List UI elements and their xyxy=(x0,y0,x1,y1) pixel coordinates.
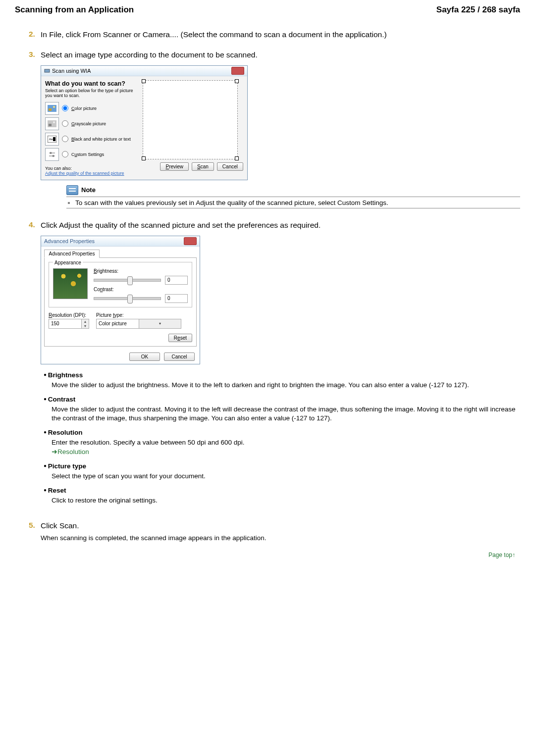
svg-point-6 xyxy=(53,121,55,123)
desc-ptype-title: Picture type xyxy=(44,462,520,470)
page-top-link[interactable]: Page top xyxy=(20,552,515,558)
wia-subtext: Select an option below for the type of p… xyxy=(45,88,137,98)
spin-up-icon[interactable]: ▲ xyxy=(82,319,89,324)
close-icon[interactable] xyxy=(184,237,197,245)
svg-rect-11 xyxy=(50,152,52,154)
svg-rect-0 xyxy=(45,69,50,72)
crop-handle-icon[interactable] xyxy=(142,156,146,160)
picture-type-combo[interactable]: Color picture ▾ xyxy=(96,319,181,329)
divider xyxy=(66,197,520,197)
desc-ptype-text: Select the type of scan you want for you… xyxy=(52,472,520,481)
scanner-icon xyxy=(44,68,50,74)
note-item: To scan with the values previously set i… xyxy=(75,199,520,206)
desc-reset-text: Click to restore the original settings. xyxy=(52,496,520,505)
desc-resolution-text: Enter the resolution. Specify a value be… xyxy=(52,438,520,456)
brightness-value[interactable]: 0 xyxy=(165,276,188,285)
option-custom-label: Custom Settings xyxy=(71,152,104,157)
svg-rect-2 xyxy=(49,108,52,111)
contrast-label: Contrast: xyxy=(94,287,188,292)
desc-reset-title: Reset xyxy=(44,487,520,494)
step-3-number: 3. xyxy=(29,50,37,59)
desc-brightness-text: Move the slider to adjust the brightness… xyxy=(52,381,520,390)
option-custom-radio[interactable] xyxy=(62,151,68,157)
wia-preview-area[interactable] xyxy=(143,80,238,159)
ok-button[interactable]: OK xyxy=(129,353,160,361)
bw-picture-icon: Aa xyxy=(48,136,56,143)
note-label: Note xyxy=(81,186,96,194)
step-3-text: Select an image type according to the do… xyxy=(41,50,258,60)
option-custom[interactable]: Custom Settings xyxy=(45,148,137,161)
step-4-number: 4. xyxy=(29,220,37,229)
reset-button[interactable]: Reset xyxy=(168,334,192,342)
option-color-radio[interactable] xyxy=(62,105,68,111)
chevron-down-icon[interactable]: ▾ xyxy=(139,319,181,328)
page-counter: Sayfa 225 / 268 sayfa xyxy=(436,5,520,15)
svg-text:Aa: Aa xyxy=(49,138,53,141)
step-4-text: Click Adjust the quality of the scanned … xyxy=(41,220,321,231)
desc-resolution-title: Resolution xyxy=(44,429,520,436)
svg-rect-5 xyxy=(49,124,52,126)
wia-title-text: Scan using WIA xyxy=(52,68,91,74)
svg-rect-13 xyxy=(53,155,54,157)
spin-down-icon[interactable]: ▼ xyxy=(82,324,89,328)
step-5-after: When scanning is completed, the scanned … xyxy=(41,534,520,542)
note-icon xyxy=(66,185,78,195)
option-grayscale[interactable]: Grayscale picture xyxy=(45,117,137,130)
adv-title-text: Advanced Properties xyxy=(44,238,95,244)
divider xyxy=(66,208,520,208)
crop-handle-icon[interactable] xyxy=(235,156,239,160)
wia-dialog: Scan using WIA What do you want to scan?… xyxy=(41,65,248,180)
slider-thumb-icon[interactable] xyxy=(127,295,133,303)
desc-contrast-title: Contrast xyxy=(44,396,520,403)
brightness-slider[interactable] xyxy=(94,279,161,282)
crop-handle-icon[interactable] xyxy=(142,79,146,83)
picture-type-label: Picture type: xyxy=(96,312,181,318)
scan-button[interactable]: Scan xyxy=(192,162,214,171)
step-2-text: In File, click From Scanner or Camera...… xyxy=(41,30,387,40)
appearance-preview xyxy=(53,268,88,299)
step-2-number: 2. xyxy=(29,30,37,39)
cancel-button[interactable]: Cancel xyxy=(164,353,195,361)
custom-settings-icon xyxy=(48,151,56,158)
resolution-link[interactable]: Resolution xyxy=(52,448,89,455)
color-picture-icon xyxy=(48,105,56,112)
option-grayscale-label: Grayscale picture xyxy=(71,121,106,126)
wia-adjust-link[interactable]: Adjust the quality of the scanned pictur… xyxy=(45,171,137,176)
cancel-button[interactable]: Cancel xyxy=(217,162,243,171)
grayscale-picture-icon xyxy=(48,120,56,127)
advanced-properties-dialog: Advanced Properties Advanced Properties … xyxy=(41,236,200,364)
crop-handle-icon[interactable] xyxy=(235,79,239,83)
desc-contrast-text: Move the slider to adjust the contrast. … xyxy=(52,405,520,423)
resolution-label: Resolution (DPI): xyxy=(49,312,89,318)
step-5-number: 5. xyxy=(29,521,37,530)
resolution-input[interactable]: 150 ▲ ▼ xyxy=(49,319,89,329)
contrast-slider[interactable] xyxy=(94,297,161,300)
appearance-legend: Appearance xyxy=(53,260,83,265)
option-bw[interactable]: Aa Black and white picture or text xyxy=(45,133,137,146)
brightness-label: Brightness: xyxy=(94,268,188,274)
svg-point-3 xyxy=(53,106,55,108)
page-title: Scanning from an Application xyxy=(15,5,134,15)
option-color-label: CColor pictureolor picture xyxy=(71,106,97,111)
option-color[interactable]: CColor pictureolor picture xyxy=(45,102,137,115)
option-bw-radio[interactable] xyxy=(62,136,68,142)
wia-also: You can also: xyxy=(45,166,137,171)
svg-rect-9 xyxy=(53,137,55,141)
desc-brightness-title: Brightness xyxy=(44,371,520,379)
contrast-value[interactable]: 0 xyxy=(165,294,188,303)
option-grayscale-radio[interactable] xyxy=(62,120,68,127)
option-bw-label: Black and white picture or text xyxy=(71,137,131,142)
adv-tab[interactable]: Advanced Properties xyxy=(44,250,100,258)
step-5-text: Click Scan. xyxy=(41,521,79,531)
wia-question: What do you want to scan? xyxy=(45,80,137,87)
preview-button[interactable]: PPreviewreview xyxy=(160,162,189,171)
close-icon[interactable] xyxy=(231,67,244,75)
slider-thumb-icon[interactable] xyxy=(127,276,133,285)
